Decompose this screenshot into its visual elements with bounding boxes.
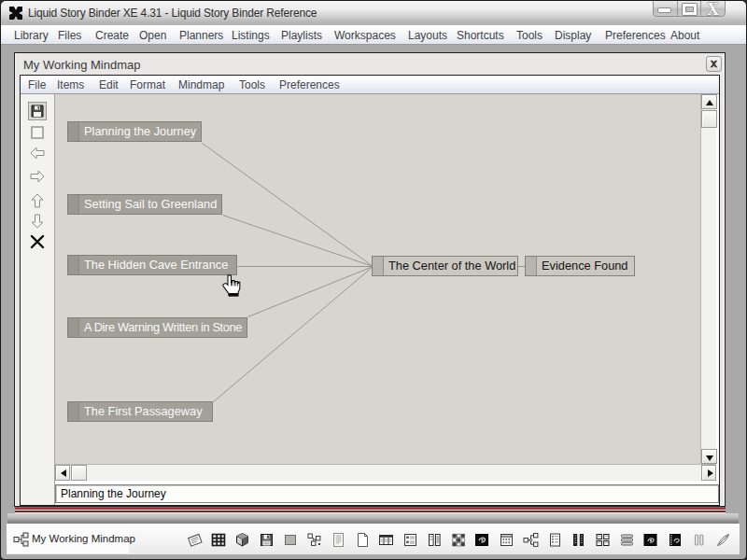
- svg-text:X: X: [707, 1, 719, 18]
